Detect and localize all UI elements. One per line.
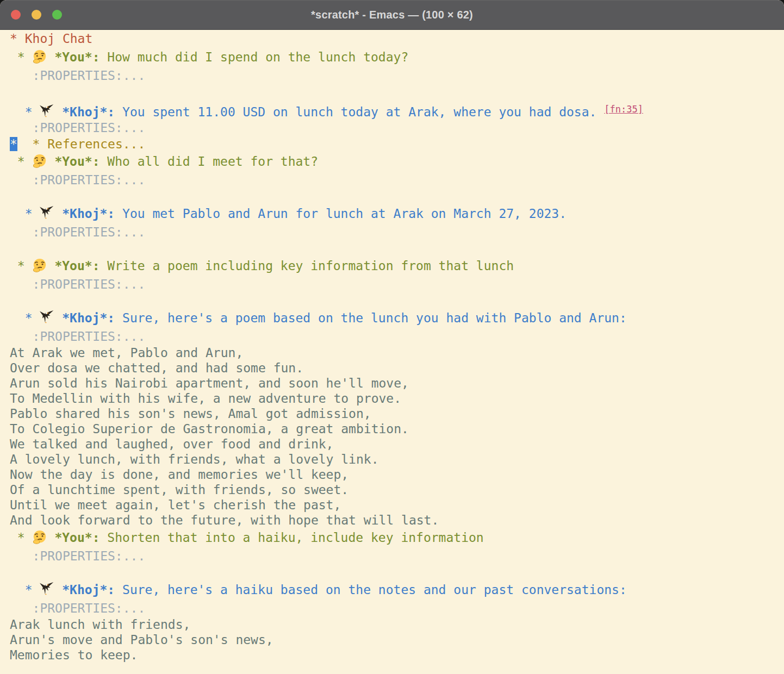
spacer (47, 259, 55, 273)
properties-drawer-line: :PROPERTIES:... (10, 276, 784, 293)
references-line: * * References... (10, 136, 784, 152)
emacs-window: *scratch* - Emacs — (100 × 62) * Khoj Ch… (0, 0, 784, 674)
poem-line: Of a lunchtime spent, with friends, so s… (10, 482, 784, 497)
text-cursor: * (10, 137, 17, 151)
khoj-label: *Khoj*: (62, 207, 115, 221)
user-message-heading: * *You*: How much did I spend on the lun… (10, 47, 784, 67)
user-label: *You*: (54, 50, 99, 64)
properties-folded: :PROPERTIES:... (10, 68, 145, 83)
poem-text: Of a lunchtime spent, with friends, so s… (10, 483, 349, 497)
khoj-message-heading: * *Khoj*: You met Pablo and Arun for lun… (10, 204, 784, 223)
poem-line: Now the day is done, and memories we'll … (10, 467, 784, 482)
message-text: How much did I spend on the lunch today? (100, 50, 409, 64)
haiku-text: Arun's move and Pablo's son's news, (10, 633, 273, 647)
org-stars: * (10, 583, 40, 597)
poem-text: Over dosa we chatted, and had some fun. (10, 361, 303, 375)
properties-drawer-line: :PROPERTIES:... (10, 600, 784, 617)
user-label: *You*: (54, 531, 99, 545)
poem-line: Over dosa we chatted, and had some fun. (10, 360, 784, 376)
poem-text: To Colegio Superior de Gastronomia, a gr… (10, 422, 409, 436)
spacer (54, 207, 62, 221)
poem-text: A lovely lunch, with friends, what a lov… (10, 452, 379, 466)
poem-line: To Medellin with his wife, a new adventu… (10, 391, 784, 406)
poem-line: Until we meet again, let's cherish the p… (10, 497, 784, 513)
message-text: You spent 11.00 USD on lunch today at Ar… (115, 105, 604, 119)
khoj-message-heading: * *Khoj*: Sure, here's a haiku based on … (10, 580, 784, 600)
user-label: *You*: (54, 259, 99, 273)
org-stars: * (10, 531, 33, 545)
org-stars: * (10, 50, 33, 64)
titlebar: *scratch* - Emacs — (100 × 62) (0, 0, 784, 30)
blank-line (10, 84, 784, 99)
user-label: *You*: (54, 154, 99, 168)
khoj-message-heading: * *Khoj*: You spent 11.00 USD on lunch t… (10, 99, 784, 119)
poem-line: Pablo shared his son's news, Amal got ad… (10, 406, 784, 421)
poem-line: Arun sold his Nairobi apartment, and soo… (10, 376, 784, 391)
poem-text: Pablo shared his son's news, Amal got ad… (10, 407, 371, 421)
org-stars: * (10, 154, 33, 168)
poem-line: A lovely lunch, with friends, what a lov… (10, 452, 784, 467)
haiku-text: Arak lunch with friends, (10, 617, 190, 632)
org-stars: * (10, 105, 40, 119)
org-stars: * (10, 207, 40, 221)
org-stars: * (10, 311, 40, 325)
spacer (54, 583, 62, 597)
properties-folded: :PROPERTIES:... (10, 173, 145, 187)
properties-drawer-line: :PROPERTIES:... (10, 547, 784, 565)
window-title: *scratch* - Emacs — (100 × 62) (0, 0, 784, 29)
eagle-icon (40, 204, 54, 223)
chat-title-line: * Khoj Chat (10, 30, 784, 47)
blank-line (10, 189, 784, 204)
poem-line: To Colegio Superior de Gastronomia, a gr… (10, 421, 784, 436)
properties-folded: :PROPERTIES:... (10, 277, 145, 291)
message-text: Who all did I meet for that? (100, 154, 319, 168)
poem-text: Now the day is done, and memories we'll … (10, 467, 349, 482)
spacer (47, 154, 55, 168)
blank-line (10, 293, 784, 308)
spacer (54, 105, 62, 119)
eagle-icon (40, 580, 54, 600)
properties-drawer-line: :PROPERTIES:... (10, 67, 784, 84)
spacer (47, 50, 55, 64)
thinking-face-icon (33, 152, 47, 171)
poem-text: At Arak we met, Pablo and Arun, (10, 346, 243, 360)
poem-text: To Medellin with his wife, a new adventu… (10, 391, 401, 405)
poem-line: At Arak we met, Pablo and Arun, (10, 345, 784, 360)
org-stars: * (10, 259, 33, 273)
spacer (17, 137, 33, 151)
message-text: You met Pablo and Arun for lunch at Arak… (115, 207, 567, 221)
buffer[interactable]: * Khoj Chat * *You*: How much did I spen… (0, 30, 784, 674)
footnote-link[interactable]: [fn:35] (604, 104, 643, 115)
blank-line (10, 241, 784, 256)
properties-drawer-line: :PROPERTIES:... (10, 119, 784, 136)
poem-line: We talked and laughed, over food and dri… (10, 436, 784, 452)
khoj-message-heading: * *Khoj*: Sure, here's a poem based on t… (10, 308, 784, 328)
haiku-text: Memories to keep. (10, 648, 138, 662)
poem-line: And look forward to the future, with hop… (10, 513, 784, 528)
poem-text: Arun sold his Nairobi apartment, and soo… (10, 376, 409, 390)
thinking-face-icon (33, 256, 47, 276)
poem-text: We talked and laughed, over food and dri… (10, 437, 333, 451)
eagle-icon (40, 308, 54, 328)
message-text: Sure, here's a haiku based on the notes … (115, 583, 627, 597)
references-folded[interactable]: * References... (33, 137, 146, 151)
thinking-face-icon (33, 47, 47, 67)
properties-folded: :PROPERTIES:... (10, 549, 145, 563)
user-message-heading: * *You*: Write a poem including key info… (10, 256, 784, 276)
properties-folded: :PROPERTIES:... (10, 601, 145, 615)
message-text: Write a poem including key information f… (100, 259, 514, 273)
properties-drawer-line: :PROPERTIES:... (10, 171, 784, 189)
blank-line (10, 565, 784, 580)
user-message-heading: * *You*: Shorten that into a haiku, incl… (10, 528, 784, 547)
spacer (47, 531, 55, 545)
khoj-label: *Khoj*: (62, 105, 115, 119)
khoj-label: *Khoj*: (62, 583, 115, 597)
thinking-face-icon (33, 528, 47, 547)
poem-text: Until we meet again, let's cherish the p… (10, 498, 341, 512)
properties-folded: :PROPERTIES:... (10, 225, 145, 239)
haiku-line: Arun's move and Pablo's son's news, (10, 632, 784, 647)
properties-drawer-line: :PROPERTIES:... (10, 328, 784, 345)
properties-drawer-line: :PROPERTIES:... (10, 223, 784, 241)
chat-title: * Khoj Chat (10, 32, 92, 46)
user-message-heading: * *You*: Who all did I meet for that? (10, 152, 784, 171)
